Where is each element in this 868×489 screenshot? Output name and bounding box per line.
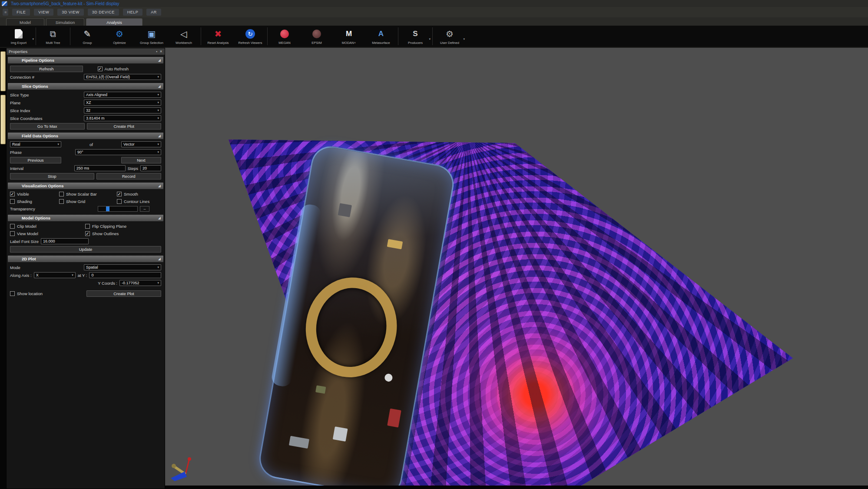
toolbar-reset-analysis[interactable]: ✖ Reset Analysis (202, 26, 234, 47)
label-font-size-input[interactable]: 16.000 (41, 238, 89, 244)
toolbar-group-selection[interactable]: ▣ Group Selection (136, 26, 168, 47)
toolbar-metasurface[interactable]: A Metasurface (365, 26, 397, 47)
contour-lines-checkbox[interactable]: Contour Lines (117, 199, 149, 204)
viewport-bottom-strip (165, 486, 868, 489)
phase-label: Phase (10, 150, 22, 155)
record-button[interactable]: Record (96, 173, 161, 180)
refresh-button[interactable]: Refresh (10, 66, 83, 72)
collapse-icon[interactable]: ◢ (158, 84, 161, 88)
steps-input[interactable]: 20 (140, 165, 161, 171)
label-font-size-label: Label Font Size (10, 239, 39, 244)
connection-dropdown[interactable]: EH/S2,1(f) (Overall Field) ▾ (84, 74, 161, 80)
tab-simulation[interactable]: Simulation (46, 18, 84, 26)
collapse-icon[interactable]: ◢ (158, 134, 161, 138)
toolbar-group[interactable]: ✎ Group (71, 26, 103, 47)
menu-3d-view[interactable]: 3D VIEW (57, 9, 84, 16)
show-grid-checkbox[interactable]: Show Grid (59, 199, 115, 204)
show-scalar-bar-checkbox[interactable]: Show Scalar Bar (59, 192, 115, 196)
collapse-icon[interactable]: ◢ (158, 184, 161, 188)
dropdown-caret-icon[interactable]: ▾ (463, 37, 465, 41)
toolbar-user-defined[interactable]: ⚙ User Defined ▾ (434, 26, 466, 47)
slice-index-input[interactable]: 32 ▾ (84, 107, 161, 113)
modan-m-icon: M (346, 28, 352, 40)
menu-3d-device[interactable]: 3D DEVICE (88, 9, 119, 16)
view-model-checkbox[interactable]: View Model (10, 231, 83, 236)
menu-file[interactable]: FILE (12, 9, 30, 16)
toolbar-workbench[interactable]: ◁ Workbench (168, 26, 200, 47)
show-outlines-checkbox[interactable]: Show Outlines (85, 231, 119, 236)
component-dropdown[interactable]: Real ▾ (10, 141, 61, 147)
slice-coordinates-input[interactable]: 3.81404 m ▾ (84, 115, 161, 121)
section-field-data-options[interactable]: Field Data Options ◢ (8, 133, 163, 139)
along-axis-dropdown[interactable]: X ▾ (34, 272, 76, 278)
panel-pin-icon[interactable]: ▪ (156, 50, 157, 53)
collapse-icon[interactable]: ◢ (158, 216, 161, 220)
toolbar-epsim[interactable]: EPSIM (301, 26, 333, 47)
at-y-input[interactable]: 0 (89, 272, 161, 278)
quantity-dropdown[interactable]: Vector ▾ (121, 141, 161, 147)
viewport-3d[interactable] (165, 48, 868, 489)
previous-button[interactable]: Previous (10, 157, 61, 163)
dropdown-caret-icon[interactable]: ▾ (32, 37, 34, 41)
toolbar-megan[interactable]: MEGAN (268, 26, 301, 47)
tab-analysis[interactable]: Analysis (86, 18, 142, 26)
dropdown-caret-icon[interactable]: ▾ (429, 37, 431, 41)
auto-refresh-checkbox[interactable]: Auto Refresh (98, 67, 129, 71)
dock-strip (0, 48, 6, 489)
orientation-axes-gizmo[interactable] (169, 455, 201, 483)
axis-z-tip (172, 464, 176, 468)
interval-input[interactable]: 250 ms (74, 165, 126, 171)
dock-tab-2[interactable] (0, 95, 6, 144)
next-button[interactable]: Next (121, 157, 161, 163)
section-slice-options[interactable]: Slice Options ◢ (8, 83, 163, 90)
update-button[interactable]: Update (10, 246, 161, 253)
plot2d-create-plot-button[interactable]: Create Plot (86, 290, 161, 297)
y-coords-dropdown[interactable]: -0.177052 ▾ (119, 280, 161, 286)
slice-create-plot-button[interactable]: Create Plot (87, 123, 162, 130)
tab-model[interactable]: Model (6, 18, 44, 26)
section-pipeline-options[interactable]: Pipeline Options ◢ (8, 57, 163, 63)
transparency-slider[interactable] (98, 206, 138, 212)
mode-dropdown[interactable]: Spatial ▾ (84, 264, 161, 270)
section-2d-plot[interactable]: 2D Plot ◢ (8, 256, 163, 262)
section-visualization-options[interactable]: Visualization Options ◢ (8, 183, 163, 189)
show-location-checkbox[interactable]: Show location (10, 291, 43, 296)
slice-type-label: Slice Type (10, 93, 29, 97)
chevron-down-icon: ▾ (157, 143, 159, 146)
toolbar-optimize[interactable]: ⚙ Optimize (103, 26, 136, 47)
transparency-spin[interactable]: – (140, 206, 149, 212)
shading-checkbox[interactable]: Shading (10, 199, 57, 204)
checkbox-icon (98, 67, 103, 71)
section-model-options[interactable]: Model Options ◢ (8, 215, 163, 221)
dock-tab-1[interactable] (0, 51, 6, 91)
flip-clipping-plane-checkbox[interactable]: Flip Clipping Plane (85, 224, 126, 229)
menu-ar[interactable]: AR (146, 9, 161, 16)
chevron-down-icon: ▾ (157, 101, 159, 104)
toolbar-img-export[interactable]: Img Export ▾ (3, 26, 35, 47)
go-to-max-button[interactable]: Go To Max (10, 123, 85, 130)
pcb-component (315, 386, 326, 394)
visible-checkbox[interactable]: Visible (10, 192, 57, 196)
toolbar-refresh-viewers[interactable]: ↻ Refresh Viewers (234, 26, 266, 47)
menu-grip-icon[interactable]: ≡ (3, 9, 8, 16)
checkbox-icon (117, 199, 122, 204)
pcb-component (387, 239, 403, 249)
clip-model-checkbox[interactable]: Clip Model (10, 224, 83, 229)
slider-handle[interactable] (106, 206, 109, 211)
collapse-icon[interactable]: ◢ (158, 257, 161, 261)
menu-help[interactable]: HELP (123, 9, 143, 16)
user-defined-gear-icon: ⚙ (446, 28, 454, 40)
toolbar-multi-tree[interactable]: ⧉ Multi Tree (37, 26, 69, 47)
menu-view[interactable]: VIEW (34, 9, 53, 16)
smooth-checkbox[interactable]: Smooth (117, 192, 138, 196)
plane-dropdown[interactable]: XZ ▾ (84, 100, 161, 106)
pcb-component (289, 436, 309, 449)
stop-button[interactable]: Stop (10, 173, 94, 180)
toolbar-modan[interactable]: M MODAN+ (333, 26, 365, 47)
panel-close-icon[interactable]: ✕ (159, 50, 162, 53)
toolbar-producers[interactable]: S Producers ▾ (399, 26, 431, 47)
panel-title-bar: Properties ▪ ✕ (7, 48, 165, 55)
collapse-icon[interactable]: ◢ (158, 58, 161, 62)
phase-dropdown[interactable]: 90° ▾ (75, 149, 161, 155)
slice-type-dropdown[interactable]: Axis Aligned ▾ (84, 92, 161, 98)
